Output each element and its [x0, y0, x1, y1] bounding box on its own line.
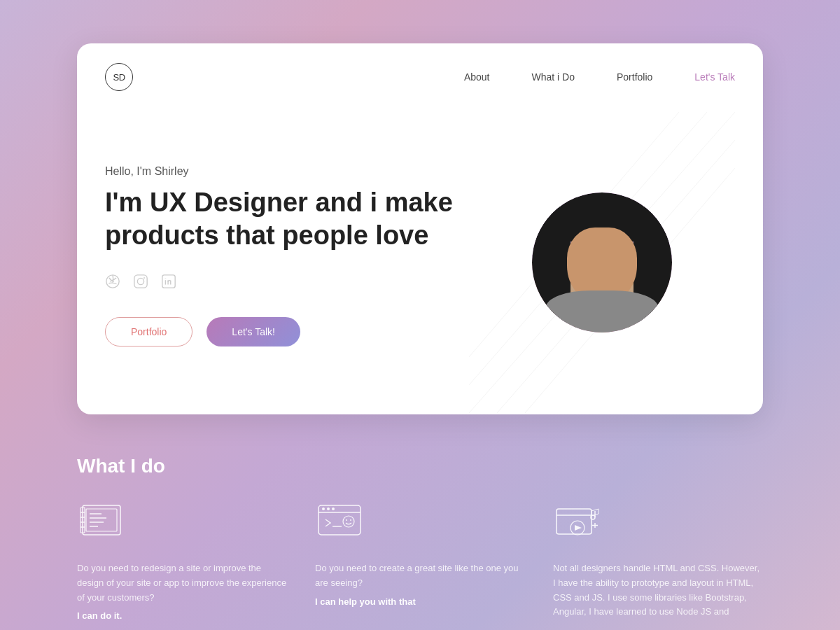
hero-section: Hello, I'm Shirley I'm UX Designer and i…	[77, 111, 763, 414]
svg-rect-1	[134, 274, 147, 287]
web-dev-icon	[315, 498, 364, 547]
svg-point-31	[346, 519, 347, 521]
svg-point-28	[332, 507, 335, 510]
svg-point-30	[343, 516, 354, 527]
service-card-code: Not all designers handle HTML and CSS. H…	[553, 498, 763, 625]
nav-portfolio[interactable]: Portfolio	[617, 71, 652, 83]
svg-point-27	[327, 507, 330, 510]
ux-design-icon	[77, 498, 126, 547]
svg-rect-14	[86, 509, 117, 531]
services-grid: Do you need to redesign a site or improv…	[77, 498, 763, 625]
linkedin-icon[interactable]	[161, 274, 176, 289]
nav-what-i-do[interactable]: What i Do	[532, 71, 575, 83]
svg-point-32	[350, 519, 351, 521]
hero-title: I'm UX Designer and i make products that…	[105, 186, 469, 253]
navbar: SD About What i Do Portfolio Let's Talk	[77, 43, 763, 111]
svg-point-2	[137, 278, 144, 284]
avatar	[532, 192, 672, 332]
avatar-face	[532, 192, 672, 332]
main-card: SD About What i Do Portfolio Let's Talk …	[77, 43, 763, 414]
service-card-web: Do you need to create a great site like …	[315, 498, 525, 625]
code-icon	[553, 498, 602, 547]
service-card-ux: Do you need to redesign a site or improv…	[77, 498, 287, 625]
nav-links: About What i Do Portfolio Let's Talk	[464, 71, 735, 83]
portfolio-button[interactable]: Portfolio	[105, 317, 192, 346]
svg-rect-13	[83, 505, 120, 535]
what-i-do-section: What I do Do you need to redesign a site…	[0, 434, 840, 630]
lets-talk-button[interactable]: Let's Talk!	[206, 317, 300, 346]
svg-point-3	[144, 277, 145, 279]
nav-about[interactable]: About	[464, 71, 490, 83]
svg-marker-36	[575, 525, 582, 531]
svg-point-26	[322, 507, 325, 510]
service-desc-2: Do you need to create a great site like …	[315, 561, 525, 591]
service-cta-2: I can help you with that	[315, 596, 525, 607]
service-desc-1: Do you need to redesign a site or improv…	[77, 561, 287, 605]
logo[interactable]: SD	[105, 63, 133, 91]
instagram-icon[interactable]	[133, 274, 148, 289]
nav-lets-talk[interactable]: Let's Talk	[694, 71, 735, 83]
section-title: What I do	[77, 455, 763, 477]
avatar-body	[546, 290, 658, 332]
greeting-text: Hello, I'm Shirley	[105, 165, 735, 178]
service-desc-3: Not all designers handle HTML and CSS. H…	[553, 561, 763, 620]
service-cta-1: I can do it.	[77, 610, 287, 621]
dribbble-icon[interactable]	[105, 274, 120, 289]
